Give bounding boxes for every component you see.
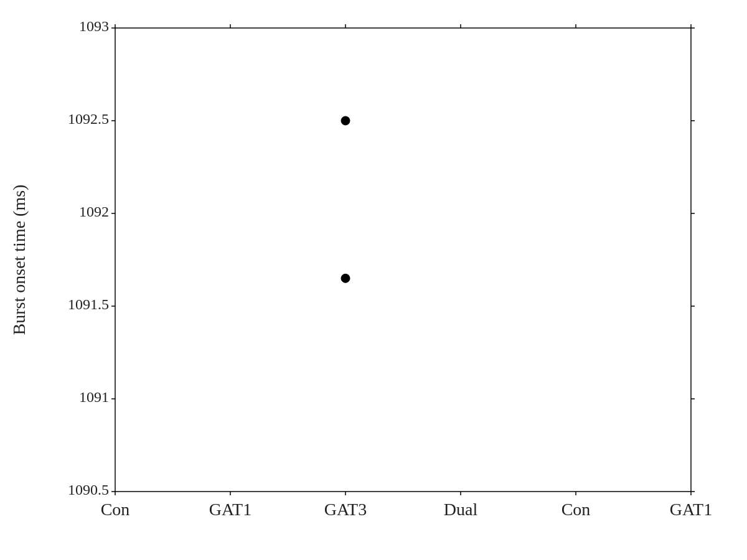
svg-text:GAT1: GAT1 (670, 500, 712, 519)
svg-text:Con: Con (101, 500, 130, 519)
svg-text:1090.5: 1090.5 (68, 482, 109, 498)
chart-svg: 1090.510911091.510921092.51093ConGAT1GAT… (0, 0, 747, 560)
svg-text:GAT1: GAT1 (209, 500, 251, 519)
svg-text:GAT3: GAT3 (324, 500, 367, 519)
svg-text:Burst onset time (ms): Burst onset time (ms) (9, 185, 29, 335)
svg-point-43 (341, 116, 350, 125)
svg-text:Con: Con (561, 500, 591, 519)
svg-text:1091: 1091 (79, 389, 109, 405)
svg-rect-0 (0, 0, 747, 560)
svg-text:Dual: Dual (444, 500, 478, 519)
chart-container: 1090.510911091.510921092.51093ConGAT1GAT… (0, 0, 747, 560)
svg-text:1091.5: 1091.5 (68, 296, 109, 312)
svg-text:1092: 1092 (79, 203, 109, 220)
svg-text:1092.5: 1092.5 (68, 111, 109, 127)
svg-point-42 (341, 274, 350, 282)
svg-text:1093: 1093 (79, 18, 109, 34)
